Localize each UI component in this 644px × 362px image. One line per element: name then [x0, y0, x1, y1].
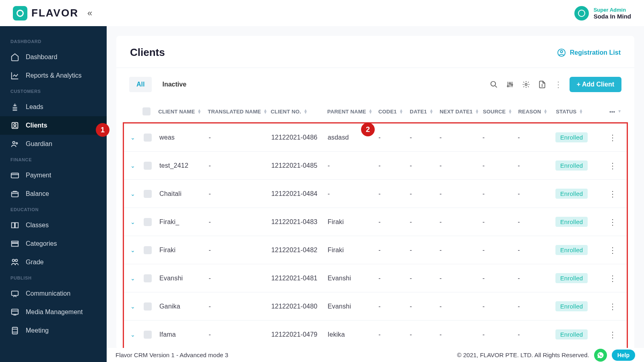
row-actions-icon[interactable]: ⋮ — [609, 276, 617, 280]
tab-all[interactable]: All — [129, 77, 152, 92]
cell-client-no: 12122021-0485 — [271, 162, 328, 169]
export-icon[interactable] — [537, 80, 547, 89]
cell-client-no: 12122021-0486 — [271, 134, 328, 141]
expand-row-icon[interactable]: ⌄ — [130, 331, 135, 338]
sidebar-item-label: Media Management — [26, 309, 83, 316]
row-checkbox[interactable] — [144, 190, 159, 198]
row-actions-icon[interactable]: ⋮ — [609, 192, 617, 196]
select-all-checkbox[interactable] — [142, 107, 158, 115]
th-client-no[interactable]: CLIENT NO.▲▼ — [270, 109, 327, 115]
page-title: Clients — [130, 46, 165, 59]
row-actions-icon[interactable]: ⋮ — [609, 248, 617, 252]
sidebar-item-communication[interactable]: Communication — [0, 284, 107, 303]
tab-inactive[interactable]: Inactive — [155, 77, 194, 92]
sidebar-item-label: Leads — [26, 103, 43, 111]
cell-next-date1: - — [440, 303, 483, 310]
row-actions-icon[interactable]: ⋮ — [609, 333, 617, 337]
expand-row-icon[interactable]: ⌄ — [130, 303, 135, 310]
sidebar-item-meeting[interactable]: Meeting — [0, 321, 107, 340]
table-row[interactable]: ⌄Chaitali-12122021-0484------Enrolled⋮ — [124, 180, 627, 208]
user-menu[interactable]: Super Admin Soda In Mind — [574, 6, 631, 21]
expand-row-icon[interactable]: ⌄ — [130, 247, 135, 253]
row-checkbox[interactable] — [144, 331, 159, 339]
cell-next-date1: - — [440, 134, 483, 141]
th-date1[interactable]: DATE1▲▼ — [410, 109, 440, 115]
table-row[interactable]: ⌄weas-12122021-0486asdasd-----Enrolled⋮ — [124, 123, 627, 152]
sidebar-collapse-icon[interactable]: « — [87, 9, 92, 18]
th-code1[interactable]: CODE1▲▼ — [378, 109, 410, 115]
th-client-name[interactable]: CLIENT NAME▲▼ — [158, 109, 208, 115]
grade-icon — [10, 258, 19, 267]
expand-row-icon[interactable]: ⌄ — [130, 275, 135, 282]
cell-next-date1: - — [440, 247, 483, 254]
main: Clients Registration List All Inactive ⋮… — [107, 26, 644, 348]
table-row[interactable]: ⌄Firaki_-12122021-0483Firaki-----Enrolle… — [124, 208, 627, 236]
add-client-button[interactable]: + Add Client — [570, 77, 621, 92]
cell-source: - — [483, 275, 518, 282]
cell-parent-name: Iekika — [328, 331, 378, 338]
expand-row-icon[interactable]: ⌄ — [130, 219, 135, 225]
sidebar-item-reports[interactable]: Reports & Analytics — [0, 66, 107, 85]
cell-reason: - — [518, 190, 555, 197]
cell-source: - — [483, 218, 518, 226]
whatsapp-icon[interactable] — [594, 349, 607, 362]
sidebar-item-media[interactable]: Media Management — [0, 303, 107, 321]
cell-translated-name: - — [208, 275, 271, 282]
row-actions-icon[interactable]: ⋮ — [609, 136, 617, 140]
guardian-icon — [10, 140, 19, 148]
row-actions-icon[interactable]: ⋮ — [609, 304, 617, 309]
svg-rect-6 — [12, 241, 19, 243]
sidebar-item-dashboard[interactable]: Dashboard — [0, 48, 107, 66]
table-row[interactable]: ⌄Ifama-12122021-0479Iekika-----Enrolled⋮ — [124, 321, 627, 348]
cell-client-name: Chaitali — [159, 190, 208, 197]
expand-row-icon[interactable]: ⌄ — [130, 191, 135, 197]
th-translated-name[interactable]: TRANSLATED NAME▲▼ — [208, 109, 270, 115]
row-checkbox[interactable] — [144, 302, 159, 311]
search-icon[interactable] — [489, 80, 499, 89]
row-actions-icon[interactable]: ⋮ — [609, 164, 617, 168]
registration-list-link[interactable]: Registration List — [557, 48, 621, 57]
sidebar-item-classes[interactable]: Classes — [0, 216, 107, 234]
th-parent-name[interactable]: PARENT NAME▲▼ — [327, 109, 378, 115]
row-checkbox[interactable] — [144, 274, 159, 282]
status-badge: Enrolled — [555, 301, 588, 311]
table: CLIENT NAME▲▼ TRANSLATED NAME▲▼ CLIENT N… — [116, 101, 634, 350]
table-row[interactable]: ⌄Evanshi-12122021-0481Evanshi-----Enroll… — [124, 264, 627, 292]
filter-sliders-icon[interactable] — [505, 80, 515, 89]
sidebar-item-clients[interactable]: Clients — [0, 116, 107, 135]
sidebar-item-grade[interactable]: Grade — [0, 253, 107, 272]
book-icon — [10, 221, 19, 230]
row-checkbox[interactable] — [144, 246, 159, 254]
sidebar-item-label: Categories — [26, 240, 57, 247]
table-row[interactable]: ⌄Ganika-12122021-0480Evanshi-----Enrolle… — [124, 292, 627, 321]
cell-reason: - — [518, 134, 555, 141]
th-next-date1[interactable]: NEXT DATE1▲▼ — [440, 109, 483, 115]
expand-row-icon[interactable]: ⌄ — [130, 162, 135, 169]
row-actions-icon[interactable]: ⋮ — [609, 220, 617, 224]
row-checkbox[interactable] — [144, 134, 159, 142]
svg-point-16 — [507, 86, 508, 87]
row-checkbox[interactable] — [144, 162, 159, 170]
sidebar-item-guardian[interactable]: Guardian — [0, 135, 107, 153]
logo[interactable]: FLAVOR — [13, 6, 78, 21]
table-row[interactable]: ⌄Firaki-12122021-0482Firaki-----Enrolled… — [124, 236, 627, 264]
sidebar-item-label: Dashboard — [26, 53, 57, 61]
status-badge: Enrolled — [555, 245, 588, 255]
sidebar-item-balance[interactable]: Balance — [0, 185, 107, 203]
th-status[interactable]: STATUS▲▼ — [556, 109, 609, 115]
sidebar-item-leads[interactable]: Leads — [0, 98, 107, 116]
sidebar-item-payment[interactable]: Payment — [0, 166, 107, 185]
row-checkbox[interactable] — [144, 218, 159, 226]
th-reason[interactable]: REASON▲▼ — [518, 109, 556, 115]
table-row[interactable]: ⌄test_2412-12122021-0485------Enrolled⋮ — [124, 152, 627, 180]
help-button[interactable]: Help — [612, 350, 635, 361]
th-source[interactable]: SOURCE▲▼ — [483, 109, 518, 115]
logo-icon — [13, 6, 27, 21]
expand-row-icon[interactable]: ⌄ — [130, 134, 135, 141]
sidebar-item-categories[interactable]: Categories — [0, 234, 107, 253]
tabs: All Inactive — [129, 77, 194, 92]
gear-icon[interactable] — [521, 80, 531, 89]
more-vertical-icon[interactable]: ⋮ — [553, 80, 563, 89]
cell-code1: - — [378, 247, 410, 254]
th-more[interactable]: •••▼ — [609, 109, 621, 115]
